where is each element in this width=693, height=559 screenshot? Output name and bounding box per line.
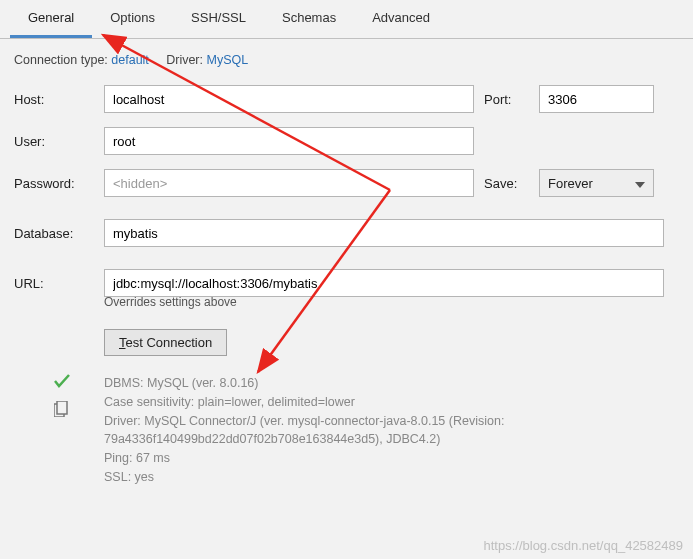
- url-label: URL:: [14, 276, 104, 291]
- conn-type-label: Connection type:: [14, 53, 108, 67]
- url-input[interactable]: [104, 269, 664, 297]
- driver-link[interactable]: MySQL: [207, 53, 249, 67]
- tab-advanced[interactable]: Advanced: [354, 0, 448, 38]
- tab-general[interactable]: General: [10, 0, 92, 38]
- save-mode-value: Forever: [548, 176, 593, 191]
- info-dbms: DBMS: MySQL (ver. 8.0.16): [104, 374, 644, 393]
- save-label: Save:: [484, 176, 539, 191]
- user-input[interactable]: [104, 127, 474, 155]
- test-label: est Connection: [126, 335, 213, 350]
- info-case: Case sensitivity: plain=lower, delimited…: [104, 393, 644, 412]
- watermark: https://blog.csdn.net/qq_42582489: [484, 538, 684, 553]
- port-input[interactable]: [539, 85, 654, 113]
- info-ssl: SSL: yes: [104, 468, 644, 487]
- conn-type-link[interactable]: default: [111, 53, 149, 67]
- url-override-note: Overrides settings above: [104, 295, 679, 309]
- info-ping: Ping: 67 ms: [104, 449, 644, 468]
- save-mode-select[interactable]: Forever: [539, 169, 654, 197]
- connection-info: DBMS: MySQL (ver. 8.0.16) Case sensitivi…: [104, 374, 644, 487]
- copy-icon[interactable]: [54, 401, 104, 420]
- port-label: Port:: [484, 92, 539, 107]
- host-input[interactable]: [104, 85, 474, 113]
- chevron-down-icon: [635, 176, 645, 191]
- info-driver: Driver: MySQL Connector/J (ver. mysql-co…: [104, 412, 644, 450]
- svg-rect-1: [57, 401, 67, 414]
- driver-label: Driver:: [166, 53, 203, 67]
- user-label: User:: [14, 134, 104, 149]
- test-connection-button[interactable]: Test Connection: [104, 329, 227, 356]
- password-label: Password:: [14, 176, 104, 191]
- check-icon: [54, 374, 104, 391]
- database-label: Database:: [14, 226, 104, 241]
- host-label: Host:: [14, 92, 104, 107]
- tabs-bar: General Options SSH/SSL Schemas Advanced: [0, 0, 693, 39]
- tab-options[interactable]: Options: [92, 0, 173, 38]
- tab-schemas[interactable]: Schemas: [264, 0, 354, 38]
- tab-sshssl[interactable]: SSH/SSL: [173, 0, 264, 38]
- database-input[interactable]: [104, 219, 664, 247]
- pane-general: Connection type: default Driver: MySQL H…: [0, 39, 693, 497]
- password-input[interactable]: [104, 169, 474, 197]
- connection-summary: Connection type: default Driver: MySQL: [14, 53, 679, 67]
